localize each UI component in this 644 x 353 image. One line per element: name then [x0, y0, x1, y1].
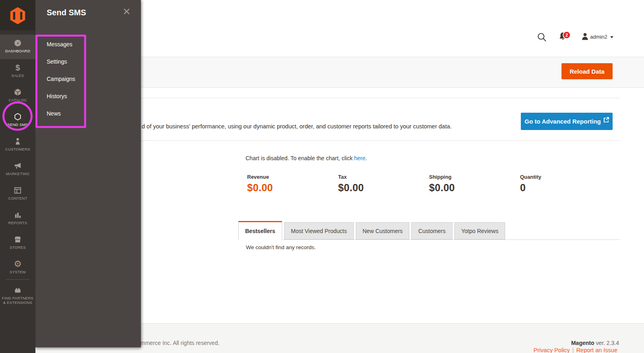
username-label[interactable]: admin2 — [590, 34, 607, 40]
sidebar-item-label: MARKETING — [0, 171, 35, 176]
sales-dollar-icon: $ — [0, 63, 35, 72]
catalog-box-icon — [0, 87, 35, 97]
send-sms-hexagon-icon — [0, 112, 35, 122]
enable-chart-link[interactable]: here — [354, 155, 365, 161]
stat-revenue: Revenue $0.00 — [247, 174, 336, 194]
flyout-item-news[interactable]: News — [47, 109, 61, 118]
tab-most-viewed-products[interactable]: Most Viewed Products — [284, 222, 354, 239]
stat-label: Tax — [338, 174, 427, 180]
flyout-item-messages[interactable]: Messages — [47, 40, 72, 48]
footer-links: Privacy Policy|Report an Issue — [534, 347, 617, 353]
system-gear-icon: ⚙ — [0, 259, 35, 269]
sidebar-item-label: CONTENT — [0, 196, 35, 200]
customers-person-icon — [0, 136, 35, 146]
admin-sidebar: DASHBOARD $ SALES CATALOG SEND SMS CUSTO… — [0, 0, 35, 353]
section-divider — [140, 140, 620, 141]
stores-shop-icon — [0, 235, 35, 244]
stat-value: $0.00 — [338, 182, 427, 194]
sidebar-item-label: SYSTEM — [0, 270, 35, 274]
send-sms-flyout-menu: Send SMS × Messages Settings Campaigns H… — [35, 0, 141, 347]
sidebar-item-label: SALES — [0, 73, 35, 78]
sidebar-divider — [6, 279, 30, 280]
tab-yotpo-reviews[interactable]: Yotpo Reviews — [454, 222, 505, 239]
advanced-reporting-button-label: Go to Advanced Reporting — [524, 118, 601, 125]
sidebar-item-catalog[interactable]: CATALOG — [0, 84, 35, 108]
sidebar-item-content[interactable]: CONTENT — [0, 182, 35, 206]
tab-customers[interactable]: Customers — [411, 222, 452, 239]
report-an-issue-link[interactable]: Report an Issue — [576, 347, 617, 353]
search-icon[interactable] — [537, 32, 547, 44]
tab-bestsellers[interactable]: Bestsellers — [238, 221, 282, 240]
privacy-policy-link[interactable]: Privacy Policy — [534, 347, 570, 353]
external-link-icon — [604, 117, 609, 122]
empty-records-message: We couldn't find any records. — [246, 244, 316, 250]
stat-value: $0.00 — [247, 182, 336, 194]
stat-value: 0 — [520, 182, 609, 194]
close-icon[interactable]: × — [123, 3, 130, 19]
account-menu-caret-icon[interactable] — [610, 36, 613, 38]
dashboard-gauge-icon — [0, 38, 35, 48]
sidebar-item-label: SEND SMS — [0, 122, 35, 127]
sidebar-item-marketing[interactable]: MARKETING — [0, 157, 35, 182]
sidebar-item-sales[interactable]: $ SALES — [0, 59, 35, 84]
copyright-text: mmerce Inc. All rights reserved. — [140, 340, 219, 346]
reports-bar-chart-icon — [0, 210, 35, 220]
sidebar-item-stores[interactable]: STORES — [0, 231, 35, 256]
notification-count-badge[interactable]: 2 — [563, 31, 571, 39]
sidebar-item-label: DASHBOARD — [0, 49, 35, 53]
magento-admin-dashboard: Reload Data 2 admin2 d of your business'… — [0, 0, 644, 353]
sidebar-item-dashboard[interactable]: DASHBOARD — [0, 35, 35, 59]
sidebar-item-reports[interactable]: REPORTS — [0, 206, 35, 231]
magento-logo[interactable] — [0, 0, 35, 30]
user-avatar-icon[interactable] — [580, 32, 590, 43]
stat-shipping: Shipping $0.00 — [429, 174, 518, 194]
chart-disabled-note: Chart is disabled. To enable the chart, … — [246, 155, 367, 161]
version-number: ver. 2.3.4 — [594, 340, 619, 346]
stat-label: Revenue — [247, 174, 336, 180]
sidebar-item-system[interactable]: ⚙ SYSTEM — [0, 256, 35, 280]
flyout-title: Send SMS — [47, 8, 86, 17]
stat-label: Quantity — [520, 174, 609, 180]
section-divider — [140, 98, 620, 98]
stat-tax: Tax $0.00 — [338, 174, 427, 194]
chart-note-text: Chart is disabled. To enable the chart, … — [246, 155, 354, 161]
chart-note-period: . — [365, 155, 367, 161]
stat-label: Shipping — [429, 174, 518, 180]
sidebar-item-customers[interactable]: CUSTOMERS — [0, 133, 35, 157]
dashboard-tabs: Bestsellers Most Viewed Products New Cus… — [238, 221, 505, 240]
sidebar-item-label: STORES — [0, 245, 35, 250]
sidebar-item-find-partners-extensions[interactable]: FIND PARTNERS & EXTENSIONS — [0, 282, 35, 311]
extensions-brick-icon — [0, 285, 35, 295]
marketing-megaphone-icon — [0, 161, 35, 171]
sidebar-item-label: REPORTS — [0, 221, 35, 225]
tab-new-customers[interactable]: New Customers — [356, 222, 410, 239]
sidebar-item-label: CUSTOMERS — [0, 147, 35, 151]
magento-version: Magento ver. 2.3.4 — [571, 340, 619, 346]
flyout-item-settings[interactable]: Settings — [47, 58, 67, 66]
stat-value: $0.00 — [429, 182, 518, 194]
reload-data-button[interactable]: Reload Data — [561, 63, 613, 79]
sidebar-item-label: FIND PARTNERS & EXTENSIONS — [0, 296, 35, 305]
magento-brand: Magento — [571, 340, 594, 346]
go-to-advanced-reporting-button[interactable]: Go to Advanced Reporting — [521, 113, 613, 130]
advanced-reporting-description: d of your business' performance, using o… — [142, 123, 464, 130]
sidebar-item-send-sms[interactable]: SEND SMS — [0, 108, 35, 133]
flyout-item-historys[interactable]: Historys — [47, 92, 67, 100]
links-separator: | — [570, 347, 576, 353]
content-layout-icon — [0, 186, 35, 195]
stat-quantity: Quantity 0 — [520, 174, 609, 194]
sidebar-item-label: CATALOG — [0, 98, 35, 102]
flyout-item-campaigns[interactable]: Campaigns — [47, 75, 75, 83]
